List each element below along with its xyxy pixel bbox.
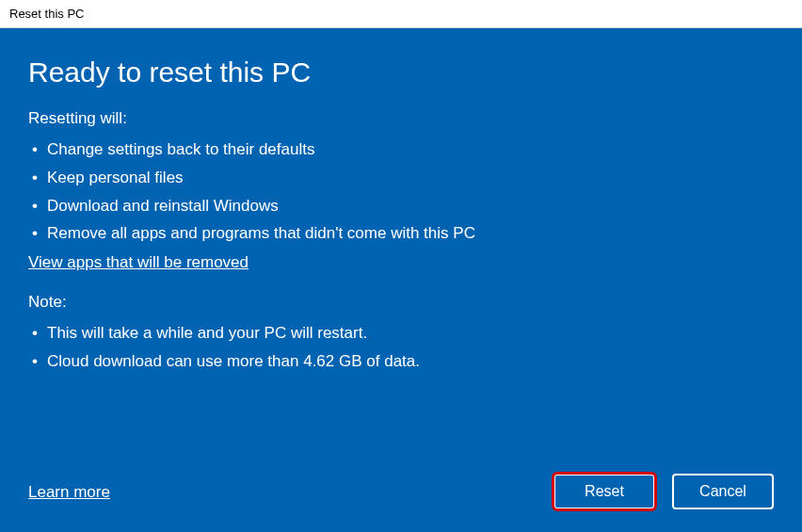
- note-list: This will take a while and your PC will …: [28, 319, 774, 376]
- dialog-content: Ready to reset this PC Resetting will: C…: [0, 28, 802, 532]
- list-item: Cloud download can use more than 4.62 GB…: [32, 347, 774, 376]
- cancel-button[interactable]: Cancel: [672, 474, 774, 509]
- list-item: Keep personal files: [32, 164, 774, 192]
- note-label: Note:: [28, 293, 774, 312]
- footer-right: Reset Cancel: [553, 474, 774, 509]
- window-title: Reset this PC: [9, 7, 84, 21]
- list-item: Remove all apps and programs that didn't…: [32, 219, 774, 248]
- list-item: This will take a while and your PC will …: [32, 319, 774, 347]
- resetting-label: Resetting will:: [28, 109, 774, 128]
- dialog-footer: Learn more Reset Cancel: [28, 474, 774, 509]
- titlebar: Reset this PC: [0, 0, 802, 28]
- learn-more-link[interactable]: Learn more: [28, 483, 110, 502]
- reset-actions-list: Change settings back to their defaults K…: [28, 136, 774, 248]
- list-item: Download and reinstall Windows: [32, 192, 774, 220]
- footer-left: Learn more: [28, 481, 110, 502]
- list-item: Change settings back to their defaults: [32, 136, 774, 164]
- note-block: Note: This will take a while and your PC…: [28, 293, 774, 376]
- reset-button[interactable]: Reset: [553, 474, 655, 509]
- view-apps-link[interactable]: View apps that will be removed: [28, 253, 249, 272]
- page-heading: Ready to reset this PC: [28, 56, 774, 89]
